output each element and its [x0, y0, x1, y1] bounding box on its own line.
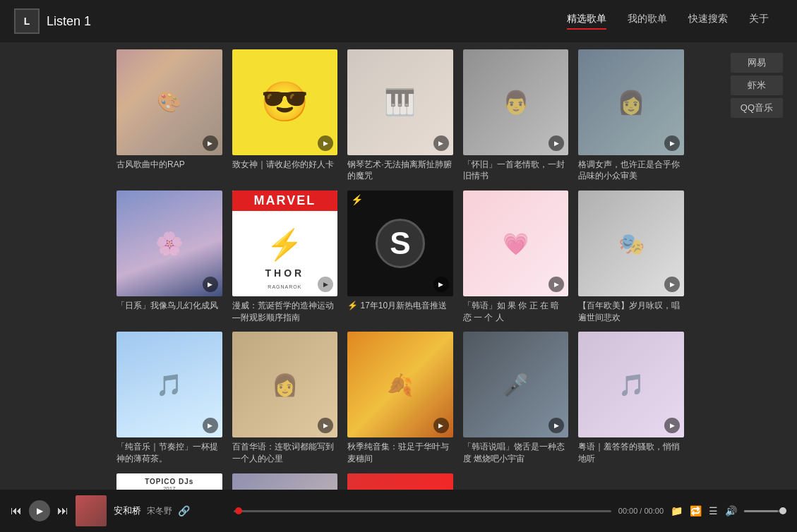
header: L Listen 1 精选歌单 我的歌单 快速搜索 关于 — [0, 0, 797, 42]
playlist-title: 漫威：荒诞哲学的造神运动—附观影顺序指南 — [232, 300, 338, 324]
list-item[interactable]: 🎵 ▶ 「纯音乐｜节奏控」一杯提神的薄荷茶。 — [116, 332, 222, 464]
playlist-thumb: 👩 ▶ — [232, 332, 338, 437]
playlist-title: 百首华语：连歌词都能写到一个人的心里 — [232, 441, 338, 465]
app-logo: L — [14, 8, 40, 34]
play-icon: ▶ — [37, 506, 43, 516]
player-bar: ⏮ ▶ ⏭ 安和桥 宋冬野 🔗 00:00 / 00:00 📁 🔁 ☰ 🔊 — [0, 490, 797, 532]
playlist-thumb: 🎵 ▶ — [578, 332, 684, 437]
list-item[interactable]: 🔥 ▶ — [347, 473, 453, 490]
nav-tab-mylist[interactable]: 我的歌单 — [628, 13, 667, 30]
list-item[interactable]: TOPICO DJs 2017 🎧 ▶ — [116, 473, 222, 490]
list-item[interactable]: MARVEL ⚡ THOR RAGNAROK ▶ 漫威：荒诞哲学的造神运动—附观… — [232, 191, 338, 323]
list-item[interactable]: 😎 ▶ 致女神｜请收起你的好人卡 — [232, 49, 338, 182]
source-netease[interactable]: 网易 — [731, 53, 783, 73]
play-icon: ▶ — [664, 277, 680, 292]
list-item[interactable]: 👨 ▶ 「怀旧」一首老情歌，一封旧情书 — [463, 49, 569, 182]
playlist-title: 粤语｜羞答答的骚歌，悄悄地听 — [578, 441, 684, 465]
song-artist: 宋冬野 — [147, 505, 172, 517]
playlist-thumb: 👨 ▶ — [463, 49, 569, 155]
list-item[interactable]: 🎭 ▶ 【百年欧美】岁月咏叹，唱遍世间悲欢 — [578, 191, 684, 323]
playlist-thumb: 👩 ▶ — [232, 473, 338, 490]
playlist-thumb: 🔥 ▶ — [347, 473, 453, 490]
list-item[interactable]: 🎨 ▶ 古风歌曲中的RAP — [116, 49, 222, 182]
playlist-title: ⚡ 17年10月新热电音推送 — [347, 300, 453, 312]
next-button[interactable]: ⏭ — [57, 504, 68, 517]
play-icon: ▶ — [549, 135, 564, 151]
volume-fill — [744, 510, 778, 512]
playlist-title: 格调女声，也许正是合乎你品味的小众审美 — [578, 159, 684, 183]
play-icon: ▶ — [664, 135, 680, 151]
playlist-thumb: 💗 ▶ — [463, 191, 569, 296]
playlist-title: 古风歌曲中的RAP — [116, 159, 222, 171]
play-icon: ▶ — [318, 277, 333, 292]
player-extra: 📁 🔁 ☰ 🔊 — [671, 505, 786, 516]
list-button[interactable]: ☰ — [709, 505, 718, 516]
volume-bar[interactable] — [744, 510, 786, 512]
nav-tabs: 精选歌单 我的歌单 快速搜索 关于 — [567, 13, 769, 30]
list-item[interactable]: S ⚡ ▶ ⚡ 17年10月新热电音推送 — [347, 191, 453, 323]
spinnin-logo: S — [376, 219, 425, 268]
playlist-thumb: 🎵 ▶ — [116, 332, 222, 437]
nav-tab-search[interactable]: 快速搜索 — [688, 13, 728, 30]
play-icon: ▶ — [549, 277, 564, 292]
list-item[interactable]: 💗 ▶ 「韩语」如 果 你 正 在 暗 恋 一 个 人 — [463, 191, 569, 323]
play-icon: ▶ — [549, 418, 564, 433]
volume-dot — [779, 507, 786, 514]
play-icon: ▶ — [433, 418, 449, 433]
play-icon: ▶ — [433, 135, 449, 151]
repeat-button[interactable]: 🔁 — [690, 505, 702, 516]
list-item[interactable]: 🍂 ▶ 秋季纯音集：驻足于华叶与麦穗间 — [347, 332, 453, 464]
song-title: 安和桥 — [114, 504, 141, 517]
playlist-title: 【百年欧美】岁月咏叹，唱遍世间悲欢 — [578, 300, 684, 324]
list-item[interactable]: 🎤 ▶ 「韩语说唱」饶舌是一种态度 燃烧吧小宇宙 — [463, 332, 569, 464]
playlist-thumb: 👩 ▶ — [578, 49, 684, 155]
progress-area — [234, 510, 611, 512]
volume-icon: 🔊 — [725, 505, 737, 516]
prev-button[interactable]: ⏮ — [11, 504, 22, 517]
list-item[interactable]: 🎵 ▶ 粤语｜羞答答的骚歌，悄悄地听 — [578, 332, 684, 464]
list-item[interactable]: 👩 ▶ — [232, 473, 338, 490]
play-icon: ▶ — [433, 277, 449, 292]
playlist-title: 「纯音乐｜节奏控」一杯提神的薄荷茶。 — [116, 441, 222, 465]
marvel-logo: MARVEL — [232, 191, 338, 211]
playlist-title: 「怀旧」一首老情歌，一封旧情书 — [463, 159, 569, 183]
playlist-title: 钢琴艺术·无法抽离斯扯肺腑的魔咒 — [347, 159, 453, 183]
playlist-grid: 🎨 ▶ 古风歌曲中的RAP 😎 ▶ 致女神｜请收起你的好人卡 🎹 ▶ 钢琴艺术·… — [116, 49, 684, 490]
play-icon: ▶ — [664, 418, 680, 433]
playlist-thumb: MARVEL ⚡ THOR RAGNAROK ▶ — [232, 191, 338, 296]
playlist-thumb: 🌸 ▶ — [116, 191, 222, 296]
grid-area: 🎨 ▶ 古风歌曲中的RAP 😎 ▶ 致女神｜请收起你的好人卡 🎹 ▶ 钢琴艺术·… — [0, 42, 797, 490]
list-item[interactable]: 👩 ▶ 百首华语：连歌词都能写到一个人的心里 — [232, 332, 338, 464]
play-icon: ▶ — [203, 418, 218, 433]
app-title: Listen 1 — [47, 14, 567, 29]
source-xiami[interactable]: 虾米 — [731, 75, 783, 95]
playlist-title: 「韩语说唱」饶舌是一种态度 燃烧吧小宇宙 — [463, 441, 569, 465]
time-display: 00:00 / 00:00 — [618, 507, 664, 515]
nav-tab-about[interactable]: 关于 — [749, 13, 769, 30]
playlist-thumb: TOPICO DJs 2017 🎧 ▶ — [116, 473, 222, 490]
album-art — [76, 495, 107, 526]
progress-dot — [235, 507, 242, 514]
playlist-thumb: 🎤 ▶ — [463, 332, 569, 437]
playlist-thumb: 🍂 ▶ — [347, 332, 453, 437]
song-info: 安和桥 宋冬野 🔗 — [114, 504, 227, 517]
list-item[interactable]: 🎹 ▶ 钢琴艺术·无法抽离斯扯肺腑的魔咒 — [347, 49, 453, 182]
nav-tab-featured[interactable]: 精选歌单 — [567, 13, 606, 30]
link-icon[interactable]: 🔗 — [178, 505, 190, 516]
lightning-icon: ⚡ — [351, 194, 363, 205]
list-item[interactable]: 👩 ▶ 格调女声，也许正是合乎你品味的小众审美 — [578, 49, 684, 182]
progress-bar[interactable] — [234, 510, 611, 512]
playlist-title: 致女神｜请收起你的好人卡 — [232, 159, 338, 171]
player-controls: ⏮ ▶ ⏭ — [11, 500, 68, 521]
play-pause-button[interactable]: ▶ — [29, 500, 50, 521]
folder-button[interactable]: 📁 — [671, 505, 683, 516]
playlist-thumb: 😎 ▶ — [232, 49, 338, 155]
source-buttons: 网易 虾米 QQ音乐 — [731, 53, 783, 118]
list-item[interactable]: 🌸 ▶ 「日系」我像鸟儿幻化成风 — [116, 191, 222, 323]
source-qq[interactable]: QQ音乐 — [731, 98, 783, 118]
play-icon: ▶ — [203, 277, 218, 292]
playlist-thumb: 🎹 ▶ — [347, 49, 453, 155]
playlist-title: 秋季纯音集：驻足于华叶与麦穗间 — [347, 441, 453, 465]
playlist-thumb: S ⚡ ▶ — [347, 191, 453, 296]
playlist-title: 「韩语」如 果 你 正 在 暗 恋 一 个 人 — [463, 300, 569, 324]
